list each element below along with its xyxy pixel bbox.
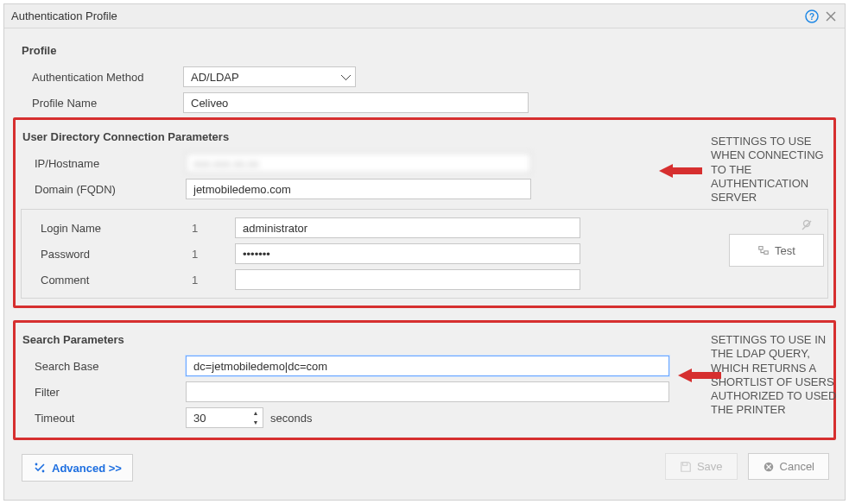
udcp-heading: User Directory Connection Parameters — [22, 130, 828, 143]
arrow-icon — [678, 367, 721, 384]
timeout-row: Timeout ▲ ▼ seconds — [21, 405, 828, 431]
cancel-button-label: Cancel — [780, 460, 814, 473]
ip-input[interactable] — [186, 153, 531, 173]
timeout-label: Timeout — [35, 412, 186, 425]
comment-row: Comment 1 — [27, 267, 822, 293]
timeout-spinner[interactable]: ▲ ▼ — [249, 408, 263, 427]
password-input[interactable] — [235, 243, 580, 264]
close-icon[interactable] — [824, 9, 838, 23]
help-icon[interactable]: ? — [805, 9, 819, 23]
profile-section: Profile Authentication Method AD/LDAP Pr… — [13, 37, 836, 116]
login-label: Login Name — [41, 222, 192, 235]
profile-name-input[interactable] — [183, 92, 529, 113]
login-index: 1 — [192, 222, 235, 235]
svg-point-11 — [42, 470, 45, 473]
credentials-subgroup: Login Name 1 Password 1 Comment 1 — [21, 209, 828, 299]
auth-method-label: Authentication Method — [32, 71, 183, 84]
comment-index: 1 — [192, 274, 235, 287]
dialog: Authentication Profile ? Profile Authent… — [3, 3, 846, 501]
password-row: Password 1 — [27, 241, 822, 267]
filter-input[interactable] — [186, 381, 669, 402]
svg-marker-8 — [659, 164, 702, 178]
advanced-button-label: Advanced >> — [52, 462, 122, 475]
dialog-content: Profile Authentication Method AD/LDAP Pr… — [4, 28, 845, 490]
svg-point-10 — [35, 463, 38, 466]
auth-method-row: Authentication Method AD/LDAP — [18, 64, 831, 90]
domain-row: Domain (FQDN) — [21, 176, 828, 202]
profile-name-row: Profile Name — [18, 90, 831, 116]
ip-label: IP/Hostname — [35, 157, 186, 170]
save-button-label: Save — [697, 460, 723, 473]
filter-label: Filter — [35, 386, 186, 399]
footer: Save Cancel — [665, 453, 829, 480]
svg-marker-9 — [678, 369, 721, 382]
password-index: 1 — [192, 248, 235, 261]
search-base-label: Search Base — [35, 360, 186, 373]
timeout-unit: seconds — [270, 412, 312, 425]
spinner-up-icon[interactable]: ▲ — [249, 408, 263, 418]
profile-name-label: Profile Name — [32, 97, 183, 110]
svg-rect-7 — [764, 251, 768, 255]
profile-heading: Profile — [22, 44, 831, 57]
login-input[interactable] — [235, 217, 580, 238]
titlebar: Authentication Profile ? — [4, 4, 845, 28]
login-row: Login Name 1 — [27, 215, 822, 241]
dialog-title: Authentication Profile — [11, 9, 800, 22]
password-label: Password — [41, 248, 192, 261]
domain-label: Domain (FQDN) — [35, 183, 186, 196]
comment-label: Comment — [41, 274, 192, 287]
auth-method-select[interactable]: AD/LDAP — [183, 66, 356, 87]
svg-rect-6 — [759, 247, 763, 250]
test-button-label: Test — [775, 244, 795, 257]
domain-input[interactable] — [186, 179, 531, 199]
comment-input[interactable] — [235, 269, 580, 290]
search-base-input[interactable] — [186, 356, 669, 376]
save-button[interactable]: Save — [665, 453, 738, 480]
ip-row: IP/Hostname — [21, 150, 828, 176]
timeout-stepper[interactable]: ▲ ▼ — [186, 407, 263, 428]
cancel-button[interactable]: Cancel — [748, 453, 829, 480]
advanced-button[interactable]: Advanced >> — [22, 454, 133, 482]
callout-connection: SETTINGS TO USE WHEN CONNECTING TO THE A… — [711, 135, 840, 205]
arrow-icon — [659, 162, 702, 180]
search-heading: Search Parameters — [22, 333, 828, 346]
test-button[interactable]: Test — [729, 234, 824, 267]
callout-search: SETTINGS TO USE IN THE LDAP QUERY, WHICH… — [711, 333, 840, 418]
spinner-down-icon[interactable]: ▼ — [249, 418, 263, 427]
svg-text:?: ? — [809, 11, 814, 21]
